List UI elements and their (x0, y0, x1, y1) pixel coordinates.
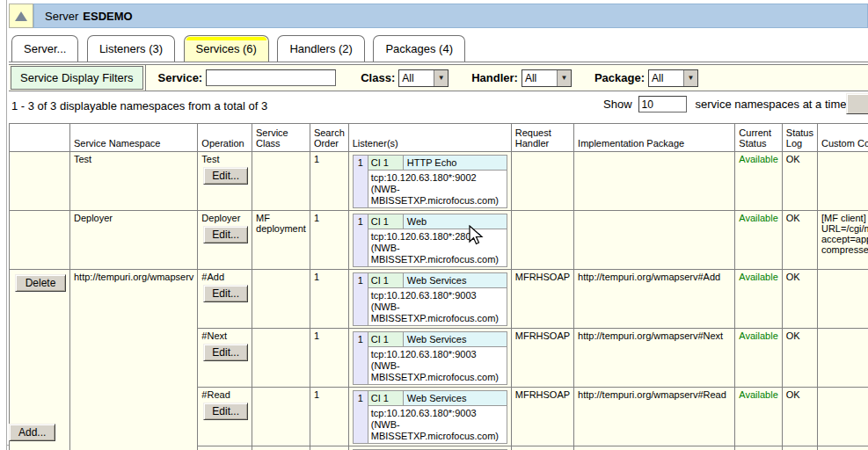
delete-button[interactable]: Delete (15, 274, 66, 292)
listener-index: 1 (354, 273, 368, 325)
listener-name-link[interactable]: Web (404, 214, 507, 229)
listener-index: 1 (354, 332, 368, 384)
filter-separator (145, 65, 146, 91)
status-log-cell[interactable]: OK (782, 152, 817, 211)
request-handler-cell: MFRHSOAP (511, 270, 573, 329)
current-status-cell: Available (735, 270, 782, 329)
col-search-order: Search Order (310, 124, 348, 152)
package-filter-select[interactable]: All ▼ (648, 69, 698, 87)
listener-conversation-link[interactable]: CI 1 (368, 391, 404, 405)
tab-listeners[interactable]: Listeners (3) (87, 35, 175, 62)
col-current-status: Current Status (735, 124, 782, 152)
table-row: Deployer Deployer Edit... MF deployment … (10, 211, 868, 270)
service-class-cell: MF deployment (252, 211, 310, 270)
action-cell (10, 152, 70, 211)
listener-address: tcp:10.120.63.180*:9002 (NWB-MBISSETXP.m… (368, 171, 507, 207)
current-status-cell: Available (735, 211, 782, 270)
implementation-package-cell (574, 211, 735, 270)
edit-button[interactable]: Edit... (203, 285, 248, 302)
server-title-prefix: Server (45, 10, 78, 23)
listener-conversation-link[interactable]: CI 1 (368, 214, 404, 229)
status-log-cell[interactable]: OK (782, 329, 817, 388)
listener-address: tcp:10.120.63.180*:9003 (NWB-MBISSETXP.m… (368, 288, 507, 325)
edit-button[interactable]: Edit... (203, 226, 248, 243)
collapse-server-button[interactable] (9, 4, 33, 28)
listener-conversation-link[interactable]: CI 1 (368, 273, 404, 287)
current-status-cell: Available (735, 446, 782, 450)
col-operation: Operation (198, 124, 252, 152)
package-filter-value: All (649, 70, 683, 86)
listener-name-link[interactable]: Web Services (404, 273, 507, 287)
namespace-count-summary: 1 - 3 of 3 displayable namespaces from a… (11, 99, 267, 112)
implementation-package-cell: http://tempuri.org/wmapserv#Next (574, 329, 735, 388)
service-class-cell (252, 152, 310, 211)
listener-name-link[interactable]: Web Services (404, 391, 507, 405)
search-order-cell: 1 (310, 152, 348, 211)
table-row: Delete http://tempuri.org/wmapserv #Add … (10, 270, 868, 329)
custom-configuration-cell (817, 270, 868, 329)
services-page: Server ESDEMO Server... Listeners (3) Se… (0, 0, 868, 450)
operation-cell: Test Edit... (198, 152, 252, 211)
col-service-class: Service Class (252, 124, 310, 152)
add-button[interactable]: Add... (9, 424, 55, 441)
pagination-row: 1 - 3 of 3 displayable namespaces from a… (9, 93, 868, 120)
chevron-down-icon: ▼ (434, 70, 448, 86)
add-row: Add... (9, 419, 868, 445)
show-suffix: service namespaces at a time (696, 98, 847, 111)
status-log-cell[interactable]: OK (782, 270, 817, 329)
operation-name: #Read (201, 389, 248, 400)
edit-button[interactable]: Edit... (203, 167, 248, 185)
operation-cell: Deployer Edit... (198, 211, 252, 270)
show-count-input[interactable] (638, 96, 687, 112)
server-titlebar: Server ESDEMO (9, 4, 868, 28)
service-class-cell (252, 270, 310, 329)
col-custom-configuration: Custom Configuration (817, 124, 868, 152)
listeners-cell: 1 CI 1 Web Services tcp:10.120.63.180*:9… (348, 446, 511, 450)
custom-configuration-cell (817, 329, 868, 388)
listener-box: 1 CI 1 Web Services tcp:10.120.63.180*:9… (353, 272, 507, 326)
listeners-cell: 1 CI 1 Web Services tcp:10.120.63.180*:9… (348, 329, 511, 388)
handler-filter-select[interactable]: All ▼ (522, 69, 572, 87)
action-cell (10, 211, 70, 270)
service-filter-input[interactable] (206, 69, 336, 86)
implementation-package-cell (574, 152, 735, 211)
custom-configuration-cell: [MF client] scheme=http URL=/cgi/mfdeplo… (817, 211, 868, 270)
edit-button[interactable]: Edit... (203, 403, 248, 420)
service-class-cell (252, 329, 310, 388)
listener-box: 1 CI 1 HTTP Echo tcp:10.120.63.180*:9002… (353, 155, 507, 208)
implementation-package-cell: http://tempuri.org/wmapserv#Add (574, 270, 735, 329)
operation-cell: #Delete Edit... (198, 446, 252, 450)
tab-packages[interactable]: Packages (4) (373, 35, 465, 62)
status-log-cell[interactable]: OK (782, 446, 817, 450)
listener-address: tcp:10.120.63.180*:2808* (NWB-MBISSETXP.… (368, 229, 507, 266)
search-order-cell: 1 (310, 270, 348, 329)
show-group: Show service namespaces at a time (603, 96, 847, 112)
chevron-down-icon: ▼ (683, 70, 697, 86)
handler-filter-value: All (522, 70, 557, 86)
operation-name: Deployer (201, 213, 248, 223)
operation-name: #Add (201, 272, 248, 282)
edit-button[interactable]: Edit... (203, 344, 248, 361)
listener-index: 1 (354, 156, 368, 207)
server-name: ESDEMO (83, 10, 132, 23)
operation-name: Test (201, 154, 248, 164)
listener-conversation-link[interactable]: CI 1 (368, 332, 404, 346)
col-listeners: Listener(s) (348, 124, 511, 152)
apply-show-button[interactable] (846, 93, 868, 114)
status-log-cell[interactable]: OK (782, 211, 817, 270)
handler-filter-label: Handler: (471, 71, 518, 84)
search-order-cell: 1 (310, 211, 348, 270)
col-action (10, 124, 70, 152)
class-filter-select[interactable]: All ▼ (398, 69, 449, 87)
tab-server[interactable]: Server... (11, 35, 78, 62)
listener-conversation-link[interactable]: CI 1 (368, 156, 404, 170)
tab-handlers[interactable]: Handlers (2) (277, 35, 365, 62)
tab-strip: Server... Listeners (3) Services (6) Han… (9, 35, 868, 62)
listeners-cell: 1 CI 1 Web tcp:10.120.63.180*:2808* (NWB… (348, 211, 511, 270)
tab-services[interactable]: Services (6) (184, 35, 269, 62)
class-filter-label: Class: (361, 71, 395, 84)
listener-name-link[interactable]: Web Services (404, 332, 507, 346)
listener-name-link[interactable]: HTTP Echo (404, 156, 507, 170)
col-request-handler: Request Handler (511, 124, 573, 152)
listener-box: 1 CI 1 Web Services tcp:10.120.63.180*:9… (353, 331, 507, 385)
